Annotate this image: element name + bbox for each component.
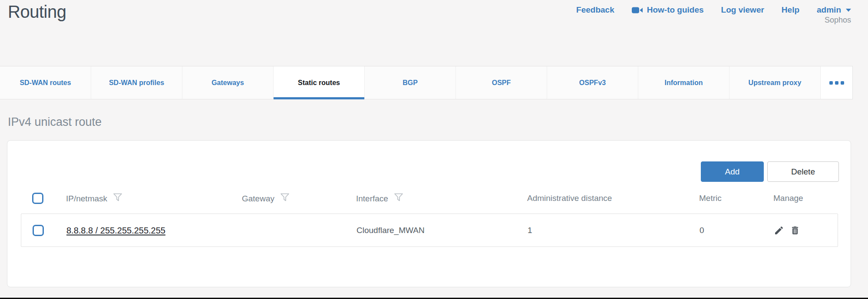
tab-sdwan-profiles[interactable]: SD-WAN profiles: [91, 66, 182, 99]
column-header-admin-distance: Administrative distance: [527, 194, 612, 203]
ellipsis-icon: [841, 81, 844, 85]
tab-label: Gateways: [211, 79, 244, 87]
howto-guides-label: How-to guides: [647, 5, 704, 15]
table-header: IP/netmask Gateway Interface Administrat…: [21, 186, 838, 211]
chevron-down-icon: [846, 9, 851, 12]
section-heading: IPv4 unicast route: [8, 115, 102, 129]
feedback-label: Feedback: [576, 5, 614, 15]
user-menu[interactable]: admin: [817, 5, 851, 15]
route-admin-distance-value: 1: [528, 226, 532, 235]
help-label: Help: [782, 5, 799, 15]
delete-trash-icon[interactable]: [790, 225, 800, 236]
tab-bar: SD-WAN routes SD-WAN profiles Gateways S…: [0, 66, 853, 99]
video-camera-icon: [632, 7, 643, 14]
tab-information[interactable]: Information: [638, 66, 729, 99]
column-header-ip-netmask: IP/netmask: [66, 194, 107, 203]
routing-page: Routing Feedback How-to guides Log viewe…: [0, 0, 868, 299]
feedback-link[interactable]: Feedback: [576, 5, 614, 15]
tab-bgp[interactable]: BGP: [365, 66, 456, 99]
top-nav: Feedback How-to guides Log viewer Help a…: [576, 0, 851, 20]
edit-pencil-icon[interactable]: [774, 225, 784, 236]
tab-label: OSPFv3: [579, 79, 606, 87]
tab-upstream-proxy[interactable]: Upstream proxy: [729, 66, 821, 99]
filter-funnel-icon[interactable]: [280, 193, 290, 204]
tab-label: SD-WAN profiles: [109, 79, 164, 87]
tab-gateways[interactable]: Gateways: [182, 66, 274, 99]
column-header-manage: Manage: [773, 194, 803, 203]
routes-card: Add Delete IP/netmask Gateway Interface: [7, 140, 851, 287]
table-row: 8.8.8.8 / 255.255.255.255 Cloudflare_MWA…: [21, 214, 838, 247]
tab-label: BGP: [403, 79, 418, 87]
tab-static-routes[interactable]: Static routes: [274, 66, 365, 99]
log-viewer-link[interactable]: Log viewer: [721, 5, 764, 15]
route-interface-value: Cloudflare_MWAN: [356, 226, 425, 235]
add-button[interactable]: Add: [701, 161, 764, 182]
tab-ospfv3[interactable]: OSPFv3: [547, 66, 638, 99]
column-header-gateway: Gateway: [242, 194, 274, 203]
tab-label: Upstream proxy: [749, 79, 802, 87]
filter-funnel-icon[interactable]: [113, 193, 122, 204]
tab-ospf[interactable]: OSPF: [456, 66, 547, 99]
delete-button[interactable]: Delete: [767, 161, 839, 182]
filter-funnel-icon[interactable]: [394, 193, 403, 204]
tab-label: OSPF: [492, 79, 511, 87]
log-viewer-label: Log viewer: [721, 5, 764, 15]
tab-label: SD-WAN routes: [20, 79, 71, 87]
row-checkbox[interactable]: [33, 225, 44, 236]
column-header-interface: Interface: [356, 194, 388, 203]
select-all-checkbox[interactable]: [32, 193, 43, 204]
ellipsis-icon: [829, 81, 833, 85]
tab-label: Information: [665, 79, 703, 87]
more-tabs-button[interactable]: [821, 66, 852, 99]
page-title: Routing: [8, 2, 66, 22]
vendor-label: Sophos: [825, 16, 851, 25]
user-label: admin: [817, 5, 841, 15]
tab-sdwan-routes[interactable]: SD-WAN routes: [0, 66, 91, 99]
route-metric-value: 0: [700, 226, 704, 235]
howto-guides-link[interactable]: How-to guides: [632, 5, 704, 15]
ellipsis-icon: [835, 81, 838, 85]
tab-label: Static routes: [298, 79, 340, 87]
column-header-metric: Metric: [699, 194, 722, 203]
help-link[interactable]: Help: [782, 5, 799, 15]
route-ip-netmask-link[interactable]: 8.8.8.8 / 255.255.255.255: [66, 225, 165, 235]
